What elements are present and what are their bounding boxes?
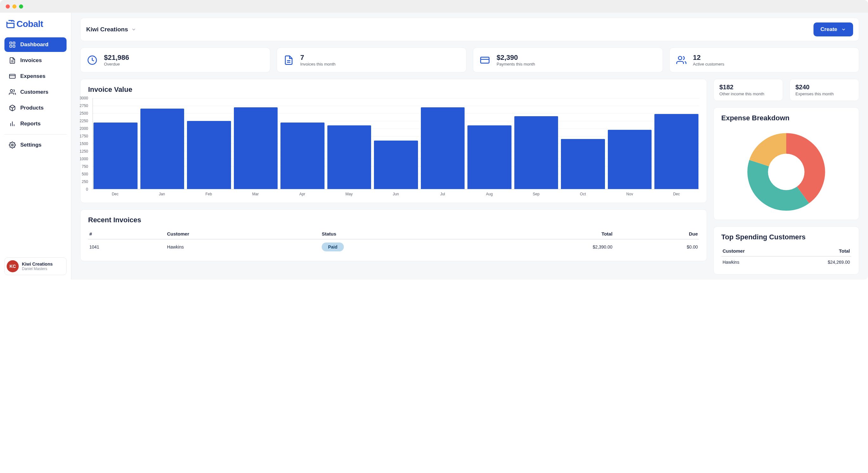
kpi-card: 12Active customers [669, 47, 860, 72]
mini-stat: $182Other income this month [713, 79, 783, 101]
mini-value: $182 [719, 83, 777, 91]
box-icon [9, 104, 16, 111]
create-button-label: Create [820, 26, 837, 33]
status-badge: Paid [322, 242, 344, 251]
sidebar-item-settings[interactable]: Settings [4, 138, 67, 152]
account-user: Daniel Masters [22, 267, 53, 271]
svg-point-9 [10, 90, 13, 92]
card-icon [9, 73, 16, 80]
table-header: Customer [166, 229, 320, 239]
svg-rect-3 [10, 45, 12, 47]
svg-rect-2 [13, 42, 15, 44]
sidebar-item-invoices[interactable]: Invoices [4, 53, 67, 68]
table-header: # [88, 229, 166, 239]
mini-stat: $240Expenses this month [789, 79, 859, 101]
window-minimize-button[interactable] [12, 4, 17, 8]
chart-bar [608, 130, 652, 189]
table-header: Customer [721, 246, 786, 257]
file-icon [283, 55, 294, 66]
window-maximize-button[interactable] [19, 4, 23, 8]
table-header: Status [320, 229, 474, 239]
account-company: Kiwi Creations [22, 262, 53, 267]
sidebar-item-label: Dashboard [20, 41, 49, 48]
mini-label: Expenses this month [796, 92, 853, 96]
chart-bar [421, 107, 465, 189]
table-header: Due [614, 229, 699, 239]
company-selector[interactable]: Kiwi Creations [86, 26, 136, 33]
recent-invoices-card: Recent Invoices #CustomerStatusTotalDue … [80, 209, 707, 261]
table-row[interactable]: 1041HawkinsPaid$2,390.00$0.00 [88, 239, 699, 255]
donut-slice [786, 143, 815, 195]
main-content: Kiwi Creations Create $21,986Overdue7Inv… [71, 13, 868, 279]
expense-breakdown-card: Expense Breakdown [713, 107, 859, 220]
invoice-value-title: Invoice Value [88, 86, 699, 94]
kpi-row: $21,986Overdue7Invoices this month$2,390… [80, 47, 859, 72]
chart-bar [328, 125, 371, 189]
kpi-value: $21,986 [104, 54, 129, 62]
sidebar-item-expenses[interactable]: Expenses [4, 69, 67, 83]
donut-slice [759, 143, 786, 163]
table-header: Total [474, 229, 614, 239]
avatar: KC [7, 260, 19, 272]
recent-invoices-table: #CustomerStatusTotalDue 1041HawkinsPaid$… [88, 229, 699, 255]
mini-value: $240 [796, 83, 853, 91]
card-icon [479, 55, 490, 66]
chart-bar [93, 123, 137, 189]
brand-logo: Cobalt [4, 19, 67, 29]
top-customers-card: Top Spending Customers CustomerTotal Haw… [713, 226, 859, 274]
chart-bar [514, 116, 558, 189]
sidebar-item-label: Expenses [20, 73, 45, 79]
users-icon [676, 55, 687, 66]
company-name: Kiwi Creations [86, 26, 128, 33]
mini-stats-row: $182Other income this month$240Expenses … [713, 79, 859, 101]
sidebar-item-dashboard[interactable]: Dashboard [4, 37, 67, 52]
sidebar-item-customers[interactable]: Customers [4, 85, 67, 99]
svg-rect-1 [10, 42, 12, 44]
svg-rect-0 [11, 21, 13, 22]
account-switcher[interactable]: KC Kiwi Creations Daniel Masters [4, 258, 67, 275]
kpi-card: $2,390Payments this month [473, 47, 663, 72]
users-icon [9, 89, 16, 96]
brand-name: Cobalt [17, 19, 43, 29]
chart-y-axis: 0250500750100012501500175020002250250027… [88, 98, 91, 189]
create-button[interactable]: Create [813, 23, 853, 36]
kpi-card: 7Invoices this month [277, 47, 467, 72]
kpi-card: $21,986Overdue [80, 47, 270, 72]
sidebar-item-reports[interactable]: Reports [4, 116, 67, 131]
top-customers-table: CustomerTotal Hawkins$24,269.00 [721, 246, 851, 268]
sidebar: Cobalt DashboardInvoicesExpensesCustomer… [0, 13, 71, 279]
window-close-button[interactable] [6, 4, 10, 8]
chart-bar [187, 121, 231, 189]
nav: DashboardInvoicesExpensesCustomersProduc… [4, 37, 67, 131]
logo-mark-icon [6, 19, 15, 29]
expense-donut-chart [747, 132, 826, 211]
chart-bar [141, 109, 184, 189]
kpi-label: Invoices this month [301, 62, 336, 66]
svg-point-20 [678, 56, 682, 60]
mini-label: Other income this month [719, 92, 777, 96]
sidebar-item-label: Invoices [20, 57, 42, 64]
svg-rect-7 [9, 74, 15, 78]
table-row[interactable]: Hawkins$24,269.00 [721, 257, 851, 268]
file-icon [9, 57, 16, 64]
bars-icon [9, 120, 16, 127]
top-customers-title: Top Spending Customers [721, 233, 851, 241]
kpi-value: 7 [301, 54, 336, 62]
recent-invoices-title: Recent Invoices [88, 216, 699, 224]
sidebar-item-products[interactable]: Products [4, 101, 67, 115]
invoice-value-card: Invoice Value 02505007501000125015001750… [80, 79, 707, 203]
donut-slice [758, 163, 803, 200]
chart-bar [654, 114, 699, 189]
chart-bar [467, 125, 512, 189]
chart-bar [374, 141, 418, 189]
svg-rect-4 [13, 45, 15, 47]
chart-bar [561, 139, 605, 189]
kpi-label: Active customers [693, 62, 724, 66]
kpi-value: 12 [693, 54, 724, 62]
chart-bar [234, 107, 278, 189]
grid-icon [9, 41, 16, 48]
window-titlebar [0, 0, 868, 13]
chevron-down-icon [131, 27, 136, 32]
kpi-label: Overdue [104, 62, 129, 66]
topbar: Kiwi Creations Create [80, 18, 859, 41]
